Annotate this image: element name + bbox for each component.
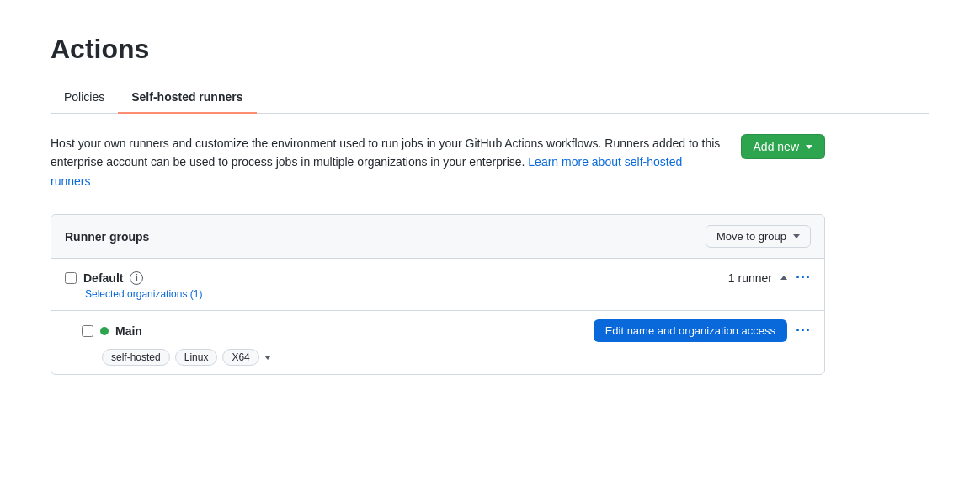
main-runner-left: Main: [82, 324, 142, 338]
tag-linux: Linux: [175, 349, 218, 366]
runner-tags-row: self-hosted Linux X64: [102, 349, 811, 366]
default-row-left: Default i: [65, 271, 143, 285]
main-runner-row: Main Edit name and organization access ·…: [51, 311, 824, 374]
main-runner-name: Main: [115, 324, 142, 338]
runner-groups-header: Runner groups Move to group: [51, 215, 824, 259]
default-row-top: Default i 1 runner ···: [65, 269, 811, 286]
main-runner-right: Edit name and organization access ···: [594, 319, 811, 342]
runner-groups-title: Runner groups: [65, 230, 149, 244]
collapse-chevron-icon[interactable]: [780, 276, 787, 280]
tag-self-hosted: self-hosted: [102, 349, 170, 366]
tabs-container: Policies Self-hosted runners: [51, 82, 929, 114]
content-area: Host your own runners and customize the …: [51, 134, 825, 190]
move-to-group-button[interactable]: Move to group: [706, 225, 811, 248]
add-new-label: Add new: [754, 140, 799, 153]
tab-self-hosted-runners[interactable]: Self-hosted runners: [118, 82, 256, 114]
info-icon[interactable]: i: [130, 271, 143, 285]
tag-x64: X64: [222, 349, 258, 366]
page-title: Actions: [51, 34, 929, 65]
add-new-chevron-icon: [806, 145, 812, 149]
main-runner-more-icon[interactable]: ···: [796, 322, 811, 340]
move-to-group-chevron-icon: [793, 234, 800, 238]
default-group-name: Default: [83, 271, 123, 285]
tab-policies[interactable]: Policies: [51, 82, 118, 114]
default-group-row: Default i 1 runner ··· Selected organiza…: [51, 259, 824, 311]
default-group-more-icon[interactable]: ···: [796, 269, 811, 286]
runner-groups-box: Runner groups Move to group Default i 1 …: [51, 214, 825, 375]
description-text: Host your own runners and customize the …: [51, 134, 721, 190]
selected-orgs-label: Selected organizations (1): [85, 288, 811, 300]
edit-runner-button[interactable]: Edit name and organization access: [594, 319, 787, 342]
default-row-right: 1 runner ···: [728, 269, 811, 286]
runner-count: 1 runner: [728, 271, 772, 285]
move-to-group-label: Move to group: [716, 230, 786, 243]
tags-dropdown-icon[interactable]: [264, 356, 271, 360]
default-group-checkbox[interactable]: [65, 272, 77, 284]
runner-status-dot-icon: [100, 327, 109, 335]
main-runner-checkbox[interactable]: [82, 325, 93, 337]
add-new-button[interactable]: Add new: [741, 134, 825, 159]
main-runner-top: Main Edit name and organization access ·…: [82, 319, 811, 342]
